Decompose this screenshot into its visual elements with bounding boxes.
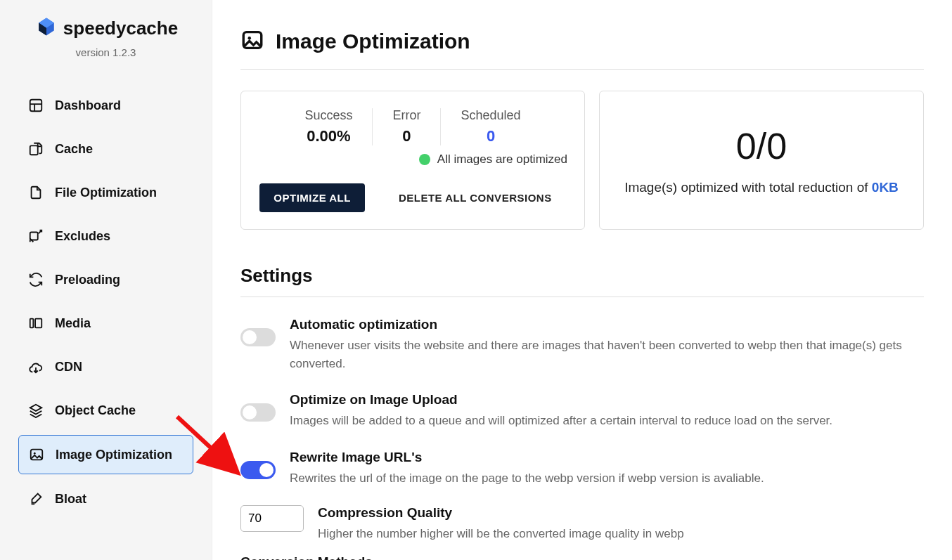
media-icon [28,315,44,331]
reduction-prefix: Image(s) optimized with total reduction … [624,180,872,195]
sidebar-item-label: Preloading [55,273,120,287]
status-dot-icon [419,154,430,165]
brand-name: speedycache [63,18,178,39]
page-title: Image Optimization [276,30,470,53]
svg-point-6 [34,452,36,455]
setting-title: Optimize on Image Upload [290,392,832,408]
setting-desc: Rewrites the url of the image on the pag… [290,469,764,488]
sidebar-item-dashboard[interactable]: Dashboard [18,86,193,124]
svg-rect-1 [30,145,38,155]
setting-desc: Higher the number higher will be the con… [318,525,684,543]
metric-label: Error [392,108,420,123]
svg-rect-4 [35,319,41,328]
brush-icon [28,491,44,507]
button-row: OPTIMIZE ALL DELETE ALL CONVERSIONS [255,183,570,212]
setting-text: Optimize on Image Upload Images will be … [290,392,832,430]
image-icon [240,28,264,55]
metric-value: 0 [461,127,520,145]
setting-text: Automatic optimization Whenever user vis… [290,317,924,372]
sidebar: speedycache version 1.2.3 Dashboard Cach… [0,0,212,560]
setting-title: Rewrite Image URL's [290,450,764,465]
metric-success: Success 0.00% [285,108,372,145]
main-content: Image Optimization Success 0.00% Error 0… [212,0,952,560]
metric-label: Scheduled [461,108,520,123]
stats-row: Success 0.00% Error 0 Scheduled 0 All im… [240,91,924,230]
sidebar-item-preloading[interactable]: Preloading [18,261,193,299]
setting-text: Rewrite Image URL's Rewrites the url of … [290,450,764,488]
setting-row-optimize-on-upload: Optimize on Image Upload Images will be … [240,392,924,430]
setting-row-compression-quality: Compression Quality Higher the number hi… [240,505,924,543]
delete-all-conversions-button[interactable]: DELETE ALL CONVERSIONS [385,183,566,212]
svg-rect-0 [30,100,42,112]
logo-icon [34,14,59,42]
sidebar-item-label: Dashboard [55,98,121,113]
sidebar-item-image-optimization[interactable]: Image Optimization [18,435,193,474]
refresh-icon [28,272,44,287]
exclude-icon [28,228,44,244]
sidebar-item-label: Media [55,316,91,331]
toggle-automatic-optimization[interactable] [240,328,276,346]
file-icon [28,185,44,200]
sidebar-item-label: CDN [55,360,82,375]
layers-icon [28,403,44,418]
sidebar-item-label: Excludes [55,229,110,244]
setting-desc: Whenever user visits the website and the… [290,337,924,372]
setting-row-automatic-optimization: Automatic optimization Whenever user vis… [240,317,924,372]
toggle-rewrite-url[interactable] [240,461,276,479]
sidebar-item-label: Object Cache [55,403,136,418]
metric-error: Error 0 [372,108,440,145]
compression-quality-input[interactable] [240,505,304,532]
settings-heading: Settings [240,265,924,297]
toggle-optimize-on-upload[interactable] [240,403,276,422]
brand-version: version 1.2.3 [0,46,212,58]
stats-card-right: 0/0 Image(s) optimized with total reduct… [599,91,924,230]
metric-value: 0 [392,127,420,145]
svg-rect-3 [30,319,34,328]
sidebar-item-object-cache[interactable]: Object Cache [18,391,193,429]
metric-label: Success [304,108,352,123]
brand: speedycache version 1.2.3 [0,14,212,58]
sidebar-item-excludes[interactable]: Excludes [18,217,193,255]
metric-value: 0.00% [304,127,352,145]
image-icon [29,447,44,462]
sidebar-item-media[interactable]: Media [18,304,193,342]
reduction-line: Image(s) optimized with total reduction … [614,180,909,195]
sidebar-item-bloat[interactable]: Bloat [18,480,193,518]
conversion-methods-heading: Conversion Methods [240,554,938,561]
sidebar-item-cdn[interactable]: CDN [18,348,193,386]
sidebar-nav: Dashboard Cache File Optimization Exclud… [0,86,212,518]
dashboard-icon [28,98,44,113]
sidebar-item-file-optimization[interactable]: File Optimization [18,174,193,211]
setting-title: Compression Quality [318,505,684,521]
optimized-fraction: 0/0 [614,125,909,167]
sidebar-item-label: Bloat [55,492,86,507]
cloud-icon [28,359,44,375]
sidebar-item-cache[interactable]: Cache [18,130,193,168]
setting-text: Compression Quality Higher the number hi… [318,505,684,543]
setting-row-rewrite-url: Rewrite Image URL's Rewrites the url of … [240,450,924,488]
metric-scheduled: Scheduled 0 [440,108,540,145]
sidebar-item-label: File Optimization [55,185,157,200]
sidebar-item-label: Image Optimization [56,448,172,462]
svg-point-8 [247,37,251,40]
stats-card-left: Success 0.00% Error 0 Scheduled 0 All im… [240,91,585,230]
optimize-all-button[interactable]: OPTIMIZE ALL [259,183,365,212]
sidebar-item-label: Cache [55,142,93,157]
status-line: All images are optimized [255,152,570,167]
setting-title: Automatic optimization [290,317,924,332]
metrics: Success 0.00% Error 0 Scheduled 0 [255,108,570,145]
svg-rect-2 [30,233,38,240]
copy-icon [28,141,44,157]
setting-desc: Images will be added to a queue and will… [290,412,832,430]
status-text: All images are optimized [437,152,567,167]
reduction-value: 0KB [872,180,899,195]
page-title-row: Image Optimization [240,28,924,70]
